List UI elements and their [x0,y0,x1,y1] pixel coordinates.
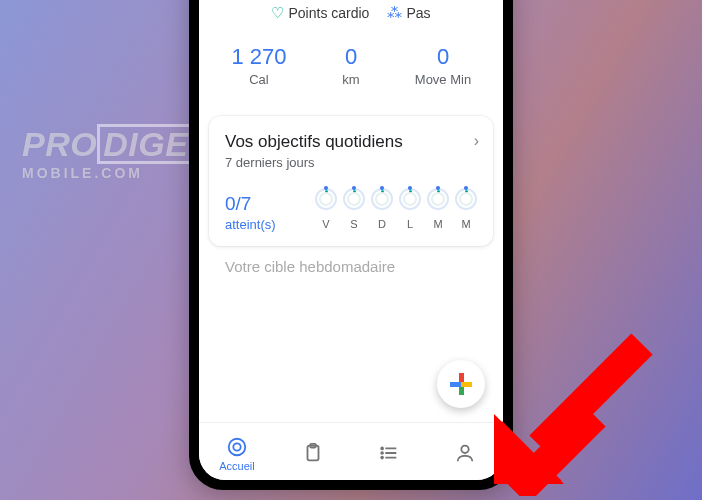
list-icon [378,442,400,464]
clipboard-icon [302,442,324,464]
legend-cardio-label: Points cardio [288,5,369,21]
legend: ♡ Points cardio ⁂ Pas [199,4,503,22]
svg-line-13 [540,344,642,446]
legend-cardio: ♡ Points cardio [271,4,369,22]
metric-value: 0 [316,44,386,70]
metric-moveminutes[interactable]: 0 Move Min [408,44,478,88]
nav-profile[interactable] [435,442,495,466]
metric-label: Cal [224,72,294,88]
svg-point-8 [381,452,383,454]
plus-icon [450,373,472,395]
metric-value: 1 270 [224,44,294,70]
bottom-navbar: Accueil [199,422,503,480]
goals-fraction: 0/7 [225,193,276,215]
next-card-peek: Votre cible hebdomadaire [209,254,493,279]
goals-attained-label: atteint(s) [225,217,276,232]
svg-point-10 [461,445,468,452]
day-item: M [455,188,477,232]
metric-value: 0 [408,44,478,70]
svg-point-1 [233,443,240,450]
heart-icon: ♡ [271,4,284,22]
metrics-row: 1 270 Cal 0 km 0 Move Min [199,44,503,88]
footsteps-icon: ⁂ [387,4,402,22]
metric-calories[interactable]: 1 270 Cal [224,44,294,88]
svg-point-7 [381,447,383,449]
svg-point-9 [381,456,383,458]
svg-point-0 [229,438,246,455]
days-row: V S D L M M [315,188,477,232]
day-item: S [343,188,365,232]
day-item: L [399,188,421,232]
add-fab[interactable] [437,360,485,408]
daily-goals-card[interactable]: › Vos objectifs quotidiens 7 derniers jo… [209,116,493,246]
svg-rect-12 [505,404,605,496]
phone-frame: 0 0 ♡ Points cardio ⁂ Pas 1 270 Cal [189,0,513,490]
day-item: V [315,188,337,232]
nav-journal[interactable] [283,442,343,466]
metric-label: km [316,72,386,88]
nav-home-label: Accueil [207,460,267,472]
background: PRODIGE MOBILE.COM 0 0 ♡ Points cardio [0,0,702,500]
watermark: PRODIGE MOBILE.COM [22,124,194,180]
target-icon [226,436,248,458]
day-item: M [427,188,449,232]
metric-distance[interactable]: 0 km [316,44,386,88]
legend-steps: ⁂ Pas [387,4,430,22]
nav-browse[interactable] [359,442,419,466]
metric-label: Move Min [408,72,478,88]
phone-screen: 0 0 ♡ Points cardio ⁂ Pas 1 270 Cal [199,0,503,480]
chevron-right-icon: › [474,132,479,150]
person-icon [454,442,476,464]
card-title: Vos objectifs quotidiens [225,132,477,152]
nav-home[interactable]: Accueil [207,436,267,472]
legend-steps-label: Pas [406,5,430,21]
day-item: D [371,188,393,232]
card-subtitle: 7 derniers jours [225,155,477,170]
